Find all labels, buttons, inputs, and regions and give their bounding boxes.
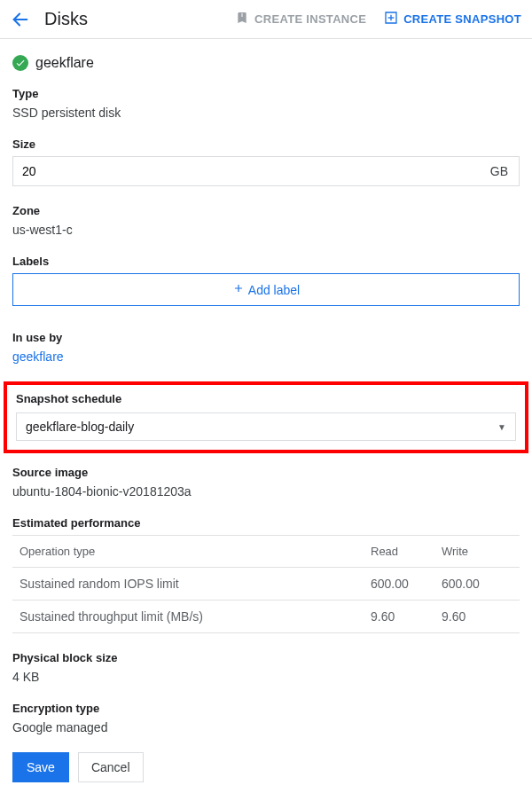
- page-header: Disks CREATE INSTANCE CREATE SNAPSHOT: [0, 0, 532, 39]
- add-box-icon: [384, 11, 398, 27]
- size-input[interactable]: [13, 159, 485, 184]
- size-unit: GB: [485, 164, 519, 178]
- in-use-by-link[interactable]: geekflare: [12, 349, 64, 364]
- zone-value: us-west1-c: [12, 223, 520, 237]
- perf-col-read: Read: [371, 545, 442, 558]
- encryption-label: Encryption type: [12, 702, 520, 715]
- create-instance-button[interactable]: CREATE INSTANCE: [235, 11, 366, 27]
- table-row: Sustained throughput limit (MB/s) 9.60 9…: [12, 601, 520, 633]
- size-label: Size: [12, 137, 520, 151]
- save-button[interactable]: Save: [12, 752, 69, 782]
- labels-section-label: Labels: [12, 255, 520, 268]
- add-label-button[interactable]: Add label: [12, 273, 520, 306]
- encryption-value: Google managed: [12, 720, 520, 734]
- disk-name-row: geekflare: [12, 55, 520, 71]
- performance-table: Operation type Read Write Sustained rand…: [12, 535, 520, 633]
- size-field: GB: [12, 156, 520, 186]
- check-circle-icon: [12, 55, 28, 71]
- perf-col-write: Write: [442, 545, 512, 558]
- disk-name: geekflare: [35, 55, 94, 71]
- source-image-label: Source image: [12, 466, 520, 479]
- plus-icon: [232, 282, 245, 297]
- page-title: Disks: [44, 9, 88, 29]
- perf-op: Sustained random IOPS limit: [20, 577, 371, 591]
- perf-write: 600.00: [442, 577, 512, 591]
- create-snapshot-label: CREATE SNAPSHOT: [403, 12, 521, 26]
- add-label-text: Add label: [248, 283, 300, 297]
- perf-op: Sustained throughput limit (MB/s): [20, 609, 371, 624]
- snapshot-schedule-highlight: Snapshot schedule geekflare-blog-daily ▼: [4, 381, 528, 453]
- type-label: Type: [12, 87, 520, 100]
- content: geekflare Type SSD persistent disk Size …: [0, 39, 532, 800]
- snapshot-schedule-value: geekflare-blog-daily: [26, 420, 134, 434]
- header-actions: CREATE INSTANCE CREATE SNAPSHOT: [235, 11, 521, 27]
- in-use-by-label: In use by: [12, 331, 520, 344]
- button-row: Save Cancel: [12, 752, 520, 782]
- cancel-button[interactable]: Cancel: [78, 752, 144, 782]
- snapshot-schedule-dropdown[interactable]: geekflare-blog-daily ▼: [16, 412, 516, 441]
- bookmark-icon: [235, 11, 249, 27]
- perf-write: 9.60: [442, 609, 512, 624]
- snapshot-schedule-label: Snapshot schedule: [16, 392, 516, 405]
- perf-header-row: Operation type Read Write: [12, 535, 520, 568]
- perf-read: 9.60: [371, 609, 442, 624]
- type-value: SSD persistent disk: [12, 106, 520, 120]
- create-instance-label: CREATE INSTANCE: [254, 12, 366, 26]
- back-arrow-icon[interactable]: [11, 10, 30, 29]
- perf-read: 600.00: [371, 577, 442, 591]
- chevron-down-icon: ▼: [497, 422, 506, 432]
- table-row: Sustained random IOPS limit 600.00 600.0…: [12, 568, 520, 601]
- physical-block-label: Physical block size: [12, 651, 520, 664]
- source-image-value: ubuntu-1804-bionic-v20181203a: [12, 484, 520, 499]
- zone-label: Zone: [12, 204, 520, 217]
- create-snapshot-button[interactable]: CREATE SNAPSHOT: [384, 11, 521, 27]
- est-perf-label: Estimated performance: [12, 516, 520, 530]
- perf-col-operation: Operation type: [20, 545, 371, 558]
- physical-block-value: 4 KB: [12, 670, 520, 684]
